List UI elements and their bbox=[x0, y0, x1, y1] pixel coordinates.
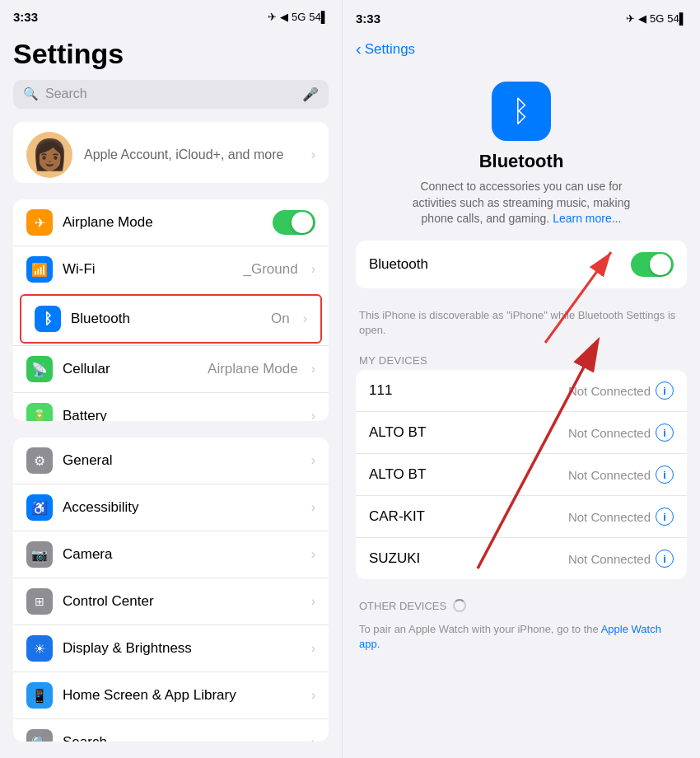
battery-icon-right: 54▌ bbox=[667, 12, 687, 25]
cellular-value: Airplane Mode bbox=[208, 361, 298, 377]
general-row[interactable]: ⚙ General › bbox=[13, 437, 329, 484]
general-icon-row: ⚙ bbox=[26, 447, 53, 474]
accessibility-label: Accessibility bbox=[63, 499, 301, 516]
home-screen-chevron-icon: › bbox=[311, 688, 315, 703]
general-chevron-icon: › bbox=[311, 453, 315, 468]
device-car-kit-status: Not Connected bbox=[568, 510, 651, 524]
bluetooth-toggle-section: Bluetooth bbox=[356, 241, 687, 288]
wifi-value: _Ground bbox=[244, 261, 298, 278]
airplane-mode-icon: ✈ bbox=[26, 209, 53, 236]
device-row-alto-bt-1[interactable]: ALTO BT Not Connected i bbox=[356, 411, 687, 453]
pair-note: To pair an Apple Watch with your iPhone,… bbox=[356, 615, 687, 655]
search-settings-chevron-icon: › bbox=[311, 735, 315, 742]
connectivity-section: ✈ Airplane Mode 📶 Wi-Fi _Ground › ᛒ bbox=[13, 199, 329, 421]
general-label: General bbox=[63, 452, 301, 469]
wifi-icon-row: 📶 bbox=[26, 256, 53, 283]
airplane-mode-toggle[interactable] bbox=[273, 210, 315, 235]
display-brightness-label: Display & Brightness bbox=[63, 640, 301, 657]
device-111-name: 111 bbox=[369, 382, 568, 399]
device-suzuki-info-icon[interactable]: i bbox=[656, 550, 674, 568]
search-settings-label: Search bbox=[63, 734, 301, 742]
accessibility-row[interactable]: ♿ Accessibility › bbox=[13, 484, 329, 531]
airplane-icon-right: ✈ bbox=[626, 12, 635, 25]
bluetooth-toggle-thumb bbox=[650, 254, 671, 275]
accessibility-chevron-icon: › bbox=[311, 500, 315, 515]
discoverable-note: This iPhone is discoverable as "iPhone" … bbox=[356, 302, 687, 348]
profile-section: 👩🏾 Apple Account, iCloud+, and more › bbox=[13, 122, 329, 183]
cellular-label: Cellular bbox=[63, 361, 198, 377]
toggle-thumb bbox=[292, 212, 313, 233]
bluetooth-header: ᛒ Bluetooth Connect to accessories you c… bbox=[356, 65, 687, 241]
red-arrow-svg bbox=[356, 656, 669, 657]
device-alto-bt-1-info-icon[interactable]: i bbox=[656, 423, 674, 442]
device-suzuki-status: Not Connected bbox=[568, 552, 651, 566]
bluetooth-row[interactable]: ᛒ Bluetooth On › bbox=[21, 296, 320, 342]
bluetooth-symbol: ᛒ bbox=[512, 94, 530, 129]
device-row-suzuki[interactable]: SUZUKI Not Connected i bbox=[356, 537, 687, 579]
airplane-mode-label: Airplane Mode bbox=[63, 214, 263, 231]
bluetooth-header-icon: ᛒ bbox=[492, 82, 551, 141]
wifi-chevron-icon: › bbox=[311, 262, 315, 277]
device-row-alto-bt-2[interactable]: ALTO BT Not Connected i bbox=[356, 453, 687, 495]
device-car-kit-name: CAR-KIT bbox=[369, 508, 568, 525]
display-brightness-row[interactable]: ☀ Display & Brightness › bbox=[13, 625, 329, 671]
airplane-mode-row[interactable]: ✈ Airplane Mode bbox=[13, 199, 329, 246]
device-alto-bt-1-status: Not Connected bbox=[568, 426, 651, 440]
back-label[interactable]: Settings bbox=[365, 41, 415, 58]
microphone-icon: 🎤 bbox=[302, 87, 319, 102]
wifi-icon-right: ◀ bbox=[638, 12, 646, 25]
display-brightness-chevron-icon: › bbox=[311, 641, 315, 656]
device-alto-bt-2-name: ALTO BT bbox=[369, 466, 568, 483]
status-bar-left: 3:33 ✈ ◀ 5G 54▌ bbox=[0, 0, 342, 31]
device-car-kit-info-icon[interactable]: i bbox=[656, 508, 674, 526]
status-time-left: 3:33 bbox=[13, 10, 38, 24]
bluetooth-toggle-label: Bluetooth bbox=[369, 256, 631, 273]
my-devices-header: MY DEVICES bbox=[356, 348, 687, 370]
device-111-status: Not Connected bbox=[568, 384, 651, 398]
avatar: 👩🏾 bbox=[26, 132, 72, 178]
device-row-111[interactable]: 111 Not Connected i bbox=[356, 370, 687, 411]
bluetooth-row-wrapper: ᛒ Bluetooth On › bbox=[13, 294, 329, 344]
control-center-row[interactable]: ⊞ Control Center › bbox=[13, 578, 329, 625]
airplane-icon: ✈ bbox=[268, 11, 277, 23]
device-111-info-icon[interactable]: i bbox=[656, 381, 674, 400]
battery-icon: 54▌ bbox=[309, 11, 329, 23]
cellular-icon-row: 📡 bbox=[26, 356, 53, 382]
battery-icon-row: 🔋 bbox=[26, 403, 53, 421]
search-input-placeholder[interactable]: Search bbox=[45, 87, 296, 101]
wifi-row[interactable]: 📶 Wi-Fi _Ground › bbox=[13, 246, 329, 292]
bluetooth-toggle[interactable] bbox=[631, 252, 674, 277]
home-screen-row[interactable]: 📱 Home Screen & App Library › bbox=[13, 671, 329, 718]
bluetooth-description: Connect to accessories you can use for a… bbox=[406, 179, 637, 227]
bluetooth-chevron-icon: › bbox=[303, 311, 307, 326]
general-section: ⚙ General › ♿ Accessibility › 📷 Camera ›… bbox=[13, 437, 329, 742]
battery-chevron-icon: › bbox=[311, 409, 315, 421]
display-brightness-icon-row: ☀ bbox=[26, 635, 53, 662]
control-center-icon-row: ⊞ bbox=[26, 588, 53, 615]
camera-chevron-icon: › bbox=[311, 547, 315, 562]
device-alto-bt-2-status: Not Connected bbox=[568, 468, 651, 482]
learn-more-link[interactable]: Learn more... bbox=[553, 212, 621, 225]
device-row-car-kit[interactable]: CAR-KIT Not Connected i bbox=[356, 495, 687, 537]
home-screen-icon-row: 📱 bbox=[26, 682, 53, 709]
camera-icon-row: 📷 bbox=[26, 541, 53, 568]
status-bar-right: 3:33 ✈ ◀ 5G 54▌ bbox=[343, 0, 700, 33]
chevron-right-icon: › bbox=[311, 147, 315, 162]
profile-row[interactable]: 👩🏾 Apple Account, iCloud+, and more › bbox=[13, 122, 329, 183]
search-bar[interactable]: 🔍 Search 🎤 bbox=[13, 80, 329, 109]
other-devices-header: OTHER DEVICES bbox=[356, 592, 687, 615]
control-center-chevron-icon: › bbox=[311, 594, 315, 609]
bluetooth-value: On bbox=[271, 311, 290, 327]
cellular-icon: 5G bbox=[292, 11, 306, 23]
search-settings-icon-row: 🔍 bbox=[26, 729, 53, 742]
device-alto-bt-2-info-icon[interactable]: i bbox=[656, 466, 674, 484]
bluetooth-toggle-row[interactable]: Bluetooth bbox=[356, 241, 687, 288]
battery-row[interactable]: 🔋 Battery › bbox=[13, 392, 329, 421]
cellular-row[interactable]: 📡 Cellular Airplane Mode › bbox=[13, 345, 329, 392]
camera-label: Camera bbox=[63, 546, 301, 563]
back-navigation[interactable]: ‹ Settings bbox=[343, 33, 700, 65]
camera-row[interactable]: 📷 Camera › bbox=[13, 531, 329, 578]
cellular-icon-right: 5G bbox=[650, 12, 664, 25]
search-settings-row[interactable]: 🔍 Search › bbox=[13, 718, 329, 742]
search-icon: 🔍 bbox=[23, 87, 39, 101]
